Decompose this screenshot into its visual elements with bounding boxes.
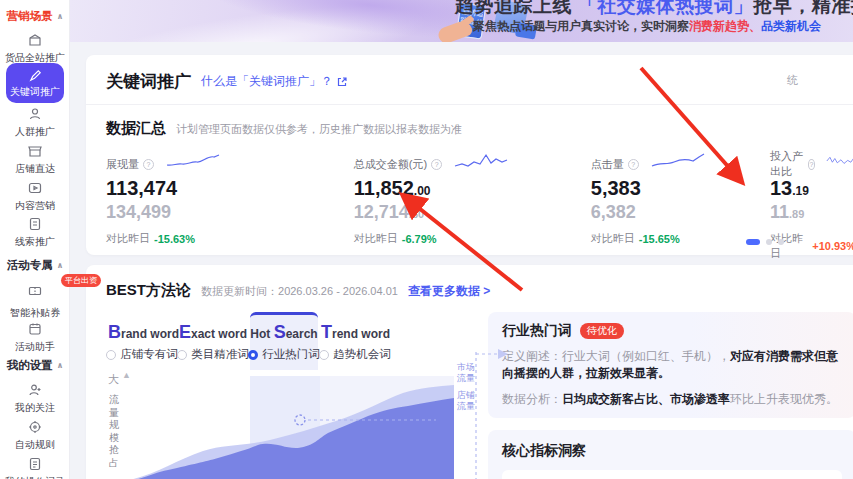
headline-highlight: 「社交媒体热搜词」: [578, 0, 754, 16]
change-value: +10.93%: [812, 240, 853, 252]
section-label: 活动专属: [7, 258, 53, 273]
sidebar-item-label: 智能补贴券: [10, 306, 60, 320]
banner-headline: 趋势追踪上线 「社交媒体热搜词」抢早，精准捕捉: [455, 0, 853, 19]
data-analysis-line: 数据分析：日均成交新客占比、市场渗透率环比上升表现优秀。: [502, 391, 842, 408]
help-circle-icon[interactable]: ?: [431, 159, 442, 170]
sidebar-item-label: 我的操作记录: [5, 475, 65, 479]
tab-letter: E: [179, 322, 191, 342]
tab-letter: T: [321, 322, 332, 342]
summary-note: 计划管理页面数据仅供参考，历史推广数据以报表数据为准: [176, 122, 462, 137]
definition-gray-text: 行业大词（例如口红、手机），: [562, 349, 730, 363]
document-icon: [27, 216, 43, 232]
sidebar-section-activity[interactable]: 活动专属 ∧: [0, 258, 70, 273]
change-value: -15.65%: [639, 233, 680, 245]
metric-value-dec: .19: [792, 184, 809, 198]
platform-funded-badge: 平台出资: [61, 274, 101, 287]
radio-checked[interactable]: [248, 350, 258, 360]
metric-prev-value: 11: [770, 202, 789, 222]
industry-hot-word-panel: 行业热门词 待优化 定义阐述：行业大词（例如口红、手机），对应有消费需求但意向摇…: [488, 312, 853, 418]
panel-title: 核心指标洞察: [502, 442, 842, 460]
sparkline-chart: [164, 151, 222, 171]
sidebar-item-renqun[interactable]: 人群推广: [0, 106, 70, 139]
pagination-dot[interactable]: [778, 239, 784, 245]
axis-top-label: 大: [108, 372, 119, 387]
subline-blue: 品类新机会: [761, 19, 821, 33]
data-update-time: 数据更新时间：2026.03.26 - 2026.04.01: [201, 284, 398, 299]
help-circle-icon[interactable]: ?: [628, 159, 639, 170]
help-circle-icon[interactable]: ?: [808, 159, 816, 170]
help-circle-icon[interactable]: ?: [143, 159, 154, 170]
sidebar-item-label: 自动规则: [15, 438, 55, 452]
promo-banner[interactable]: 趋势追踪 上线 趋势追踪上线 「社交媒体热搜词」抢早，精准捕捉 聚焦热点话题与用…: [70, 0, 853, 42]
sidebar-item-guanzhu[interactable]: 我的关注: [0, 382, 70, 415]
sparkline-chart: [452, 151, 510, 171]
what-is-keyword-link[interactable]: 什么是「关键词推广」？: [201, 73, 348, 90]
headline-prefix: 趋势追踪上线: [455, 0, 578, 16]
metric-impressions: 展现量 ? 113,474 134,499 对比昨日-15.63%: [106, 154, 354, 261]
coupon-icon-wrap: 平台出资: [27, 283, 43, 303]
tab-en-label: Hot: [250, 327, 273, 341]
sidebar-item-xiansuo[interactable]: 线索推广: [0, 216, 70, 249]
insight-metric-box: 日均成交新客占比 ? 39.83% 环比 -5.25% ? 同行同层前10：34…: [502, 470, 842, 479]
banner-subline: 聚焦热点话题与用户真实讨论，实时洞察消费新趋势、品类新机会: [473, 18, 821, 35]
pagination-dot[interactable]: [766, 239, 772, 245]
pen-icon: [28, 68, 43, 83]
to-optimize-badge: 待优化: [580, 323, 624, 339]
chevron-up-icon: ∧: [57, 261, 64, 270]
change-value: -15.63%: [154, 233, 195, 245]
tab-letter: S: [274, 322, 286, 342]
traffic-area-chart: 大 ▲ 流量规模抢占: [106, 372, 454, 479]
external-link-icon: [336, 76, 348, 88]
metric-label: 总成交金额(元): [354, 157, 427, 172]
sparkline-chart: [649, 151, 707, 171]
compare-label: 对比昨日: [106, 231, 150, 246]
tab-cn-label: 店铺专有词: [120, 347, 178, 362]
tab-trend-word[interactable]: Trend word 趋势机会词: [321, 312, 389, 370]
y-axis-label: 流量规模抢占: [109, 394, 121, 469]
target-icon: [27, 419, 43, 435]
view-more-data-link[interactable]: 查看更多数据 >: [408, 283, 490, 300]
metric-label: 点击量: [591, 157, 624, 172]
sidebar-item-caozuo[interactable]: 我的操作记录: [0, 456, 70, 479]
metric-prev-dec: .89: [789, 208, 804, 220]
pagination-dot-active[interactable]: [746, 239, 760, 245]
tab-en-label: rand word: [121, 327, 179, 341]
record-list-icon: [27, 456, 43, 472]
metrics-row: 展现量 ? 113,474 134,499 对比昨日-15.63% 总成交金额(…: [86, 138, 853, 261]
help-link-label: 什么是「关键词推广」？: [201, 73, 333, 90]
metric-prev-value: 134,499: [106, 202, 171, 222]
tab-hot-search-selected[interactable]: Hot Search 行业热门词: [250, 312, 318, 370]
sidebar-section-settings[interactable]: 我的设置 ∧: [0, 358, 70, 373]
sidebar-item-butie[interactable]: 平台出资 智能补贴券: [0, 283, 70, 320]
sidebar-section-marketing[interactable]: 营销场景 ∧: [0, 9, 70, 24]
metric-prev-value: 6,382: [591, 202, 636, 222]
metric-label: 展现量: [106, 157, 139, 172]
keyword-promotion-card: 关键词推广 什么是「关键词推广」？ 统 数据汇总 计划管理页面数据仅供参考，历史…: [86, 55, 853, 255]
section-label: 我的设置: [7, 358, 53, 373]
radio-unchecked[interactable]: [177, 350, 187, 360]
sidebar-item-dianpu[interactable]: 店铺直达: [0, 143, 70, 176]
sidebar-item-keyword-active[interactable]: 关键词推广: [6, 63, 64, 103]
sidebar-item-label: 人群推广: [15, 125, 55, 139]
sidebar-item-quanzhan[interactable]: 货品全站推广: [0, 32, 70, 65]
radio-unchecked[interactable]: [319, 350, 329, 360]
tab-exact-word[interactable]: Exact word 类目精准词: [179, 312, 247, 370]
page-title: 关键词推广: [106, 70, 191, 93]
tab-letter: B: [108, 322, 121, 342]
sidebar-item-neirong[interactable]: 内容营销: [0, 180, 70, 213]
best-tabs: Brand word 店铺专有词 Exact word 类目精准词 Hot Se…: [108, 312, 454, 370]
store-icon: [27, 143, 43, 159]
tab-brand-word[interactable]: Brand word 店铺专有词: [108, 312, 176, 370]
person-follow-icon: [27, 382, 43, 398]
chevron-up-icon: ∧: [57, 12, 64, 21]
metric-label: 投入产出比: [770, 149, 804, 179]
sidebar-item-guize[interactable]: 自动规则: [0, 419, 70, 452]
sidebar-item-label: 线索推广: [15, 235, 55, 249]
panel-title: 行业热门词: [502, 322, 572, 340]
section-label: 营销场景: [7, 9, 53, 24]
compare-label: 对比昨日: [591, 231, 635, 246]
coupon-icon: [27, 283, 43, 299]
sidebar-item-huodong[interactable]: 活动助手: [0, 321, 70, 354]
clipped-right-text: 统: [787, 73, 798, 88]
radio-unchecked[interactable]: [106, 350, 116, 360]
